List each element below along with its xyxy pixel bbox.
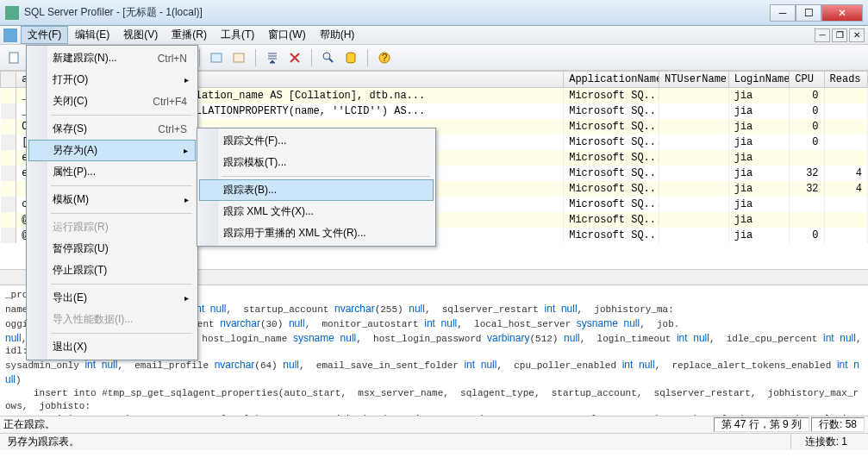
menu-close[interactable]: 关闭(C)Ctrl+F4 xyxy=(28,91,196,112)
svg-rect-9 xyxy=(234,53,244,62)
grid-col-appname[interactable]: ApplicationName xyxy=(564,72,659,88)
svg-text:?: ? xyxy=(382,52,388,64)
connection-count: 连接数: 1 xyxy=(790,435,861,449)
menu-pause-trace[interactable]: 暂停跟踪(U) xyxy=(28,238,196,260)
file-menu-dropdown: 新建跟踪(N)...Ctrl+N 打开(O)▸ 关闭(C)Ctrl+F4 保存(… xyxy=(26,45,198,360)
svg-rect-8 xyxy=(211,53,222,62)
menu-replay[interactable]: 重播(R) xyxy=(165,26,214,44)
grid-col-login[interactable]: LoginName xyxy=(728,72,790,88)
grid-corner xyxy=(1,72,16,88)
help-button[interactable]: ? xyxy=(375,48,394,67)
clear-button[interactable] xyxy=(285,48,304,67)
minimize-button[interactable]: ─ xyxy=(770,4,796,22)
mdi-close-button[interactable]: ✕ xyxy=(849,28,865,42)
maximize-button[interactable]: ☐ xyxy=(796,4,821,22)
menu-save[interactable]: 保存(S)Ctrl+S xyxy=(28,118,196,140)
title-text: SQL Server Profiler - [无标题 - 1(local)] xyxy=(24,5,770,20)
database-button[interactable] xyxy=(341,48,360,67)
mdi-minimize-button[interactable]: ─ xyxy=(815,28,830,42)
find-button[interactable] xyxy=(319,48,338,67)
menu-trace-xml[interactable]: 跟踪 XML 文件(X)... xyxy=(199,201,434,222)
mdi-icon xyxy=(3,28,17,42)
new-trace-button[interactable] xyxy=(5,48,24,67)
tool-button-2[interactable] xyxy=(229,48,248,67)
menu-file[interactable]: 文件(F) xyxy=(21,26,68,44)
menu-trace-template[interactable]: 跟踪模板(T)... xyxy=(199,152,434,173)
svg-line-11 xyxy=(329,59,333,62)
menu-new-trace[interactable]: 新建跟踪(N)...Ctrl+N xyxy=(28,47,196,69)
menu-view[interactable]: 视图(V) xyxy=(116,26,165,44)
menu-import-perf: 导入性能数据(I)... xyxy=(28,309,196,330)
menu-stop-trace[interactable]: 停止跟踪(T) xyxy=(28,260,196,281)
cursor-position: 第 47 行，第 9 列 xyxy=(714,417,809,432)
app-status-bar: 另存为跟踪表。 连接数: 1 xyxy=(0,433,868,450)
menu-open[interactable]: 打开(O)▸ xyxy=(28,69,196,91)
title-bar: SQL Server Profiler - [无标题 - 1(local)] ─… xyxy=(0,0,868,26)
trace-status-text: 正在跟踪。 xyxy=(3,417,55,432)
menu-save-as[interactable]: 另存为(A)▸ xyxy=(28,140,196,161)
menu-trace-table[interactable]: 跟踪表(B)... xyxy=(199,179,434,201)
save-as-submenu: 跟踪文件(F)... 跟踪模板(T)... 跟踪表(B)... 跟踪 XML 文… xyxy=(197,128,436,247)
app-icon xyxy=(5,6,19,20)
trace-status-bar: 正在跟踪。 第 47 行，第 9 列 行数: 58 xyxy=(0,416,868,433)
menu-edit[interactable]: 编辑(E) xyxy=(68,26,116,44)
svg-point-10 xyxy=(323,53,330,59)
grid-col-cpu[interactable]: CPU xyxy=(790,72,824,88)
svg-rect-0 xyxy=(9,53,18,63)
menu-window[interactable]: 窗口(W) xyxy=(261,26,312,44)
menu-help[interactable]: 帮助(H) xyxy=(313,26,362,44)
menu-templates[interactable]: 模板(M)▸ xyxy=(28,189,196,210)
row-count: 行数: 58 xyxy=(811,417,865,432)
autoscroll-button[interactable] xyxy=(263,48,282,67)
mdi-restore-button[interactable]: ❐ xyxy=(832,28,847,42)
close-button[interactable]: ✕ xyxy=(821,4,863,22)
menu-bar: 文件(F) 编辑(E) 视图(V) 重播(R) 工具(T) 窗口(W) 帮助(H… xyxy=(0,26,868,45)
grid-col-ntuser[interactable]: NTUserName xyxy=(659,72,729,88)
menu-run-trace: 运行跟踪(R) xyxy=(28,216,196,238)
menu-export[interactable]: 导出(E)▸ xyxy=(28,287,196,309)
status-hint: 另存为跟踪表。 xyxy=(7,435,79,449)
menu-properties[interactable]: 属性(P)... xyxy=(28,161,196,183)
menu-exit[interactable]: 退出(X) xyxy=(28,336,196,358)
grid-col-reads[interactable]: Reads xyxy=(824,72,867,88)
tool-button-1[interactable] xyxy=(207,48,226,67)
menu-trace-replay-xml[interactable]: 跟踪用于重播的 XML 文件(R)... xyxy=(199,222,434,244)
menu-trace-file[interactable]: 跟踪文件(F)... xyxy=(199,130,434,152)
menu-tools[interactable]: 工具(T) xyxy=(214,26,261,44)
